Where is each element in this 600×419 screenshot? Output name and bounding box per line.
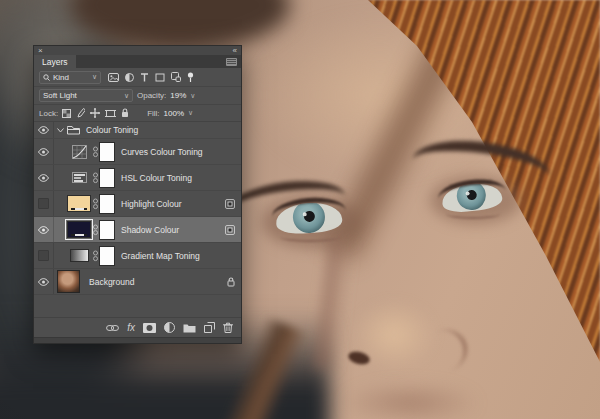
photo-eye-socket-left	[262, 196, 362, 248]
photo-eyebrow-left	[226, 175, 348, 232]
layer-style-fx-icon[interactable]: fx	[127, 323, 135, 333]
mask-link-icon[interactable]	[92, 146, 99, 158]
photo-iris-right	[455, 181, 487, 212]
lock-pixels-brush-icon[interactable]	[76, 108, 85, 118]
hsl-adjustment-thumbnail[interactable]	[66, 172, 92, 183]
layer-mask-thumbnail[interactable]	[99, 168, 115, 188]
lock-position-icon[interactable]	[90, 108, 100, 118]
photo-eyelash-left	[271, 195, 347, 232]
filter-row: Kind ∨	[34, 68, 241, 86]
layer-row-colour-toning-group[interactable]: Colour Toning	[34, 122, 241, 139]
mask-link-icon[interactable]	[92, 250, 99, 262]
visibility-eye-toggle[interactable]	[34, 191, 54, 216]
visibility-eye-icon[interactable]	[34, 165, 54, 190]
layer-mask-thumbnail[interactable]	[99, 220, 115, 240]
panel-tab-bar: Layers	[34, 55, 241, 68]
fill-layer-badge-icon	[225, 199, 235, 209]
collapse-panel-icon[interactable]: «	[233, 47, 237, 55]
visibility-eye-icon[interactable]	[34, 217, 54, 242]
fill-value[interactable]: 100%	[164, 109, 184, 118]
lock-all-icon[interactable]	[121, 108, 129, 118]
photo-lower-lash-left	[280, 232, 340, 242]
photo-eye-right	[441, 181, 503, 214]
fill-layer-badge-icon	[225, 225, 235, 235]
photo-eye-left	[275, 201, 343, 236]
opacity-label: Opacity:	[137, 91, 166, 100]
visibility-eye-icon[interactable]	[34, 139, 54, 164]
layer-row-gradient-map[interactable]: Gradient Map Toning	[34, 243, 241, 269]
visibility-eye-icon[interactable]	[34, 269, 54, 294]
layer-row-curves[interactable]: Curves Colour Toning	[34, 139, 241, 165]
opacity-value[interactable]: 19%	[170, 91, 186, 100]
layer-mask-thumbnail[interactable]	[99, 142, 115, 162]
photo-eye-socket-right	[430, 176, 522, 224]
photo-glint-left	[303, 212, 307, 216]
layer-row-hsl[interactable]: HSL Colour Toning	[34, 165, 241, 191]
blend-mode-value: Soft Light	[43, 91, 77, 100]
mask-link-icon[interactable]	[92, 172, 99, 184]
photo-eyelash-right	[436, 176, 507, 213]
add-layer-mask-icon[interactable]	[143, 323, 156, 333]
photo-nostril	[347, 350, 371, 367]
layer-row-background[interactable]: Background	[34, 269, 241, 295]
photo-iris-left	[292, 201, 326, 234]
filter-kind-dropdown[interactable]: Kind ∨	[39, 71, 101, 84]
lock-transparency-icon[interactable]	[62, 109, 71, 118]
curves-adjustment-thumbnail[interactable]	[66, 145, 92, 159]
panel-bottom-strip	[34, 337, 241, 343]
layer-name: HSL Colour Toning	[121, 173, 192, 183]
layer-name: Background	[89, 277, 134, 287]
filter-smart-object-icon[interactable]	[171, 72, 181, 82]
photo-hairline-shadow	[326, 0, 492, 261]
new-layer-icon[interactable]	[204, 322, 215, 333]
panel-menu-icon[interactable]	[226, 58, 237, 66]
background-lock-icon	[227, 277, 235, 287]
fill-chevron-icon[interactable]: ∨	[188, 109, 193, 117]
opacity-chevron-icon[interactable]: ∨	[190, 92, 195, 100]
mask-link-icon[interactable]	[92, 224, 99, 236]
photo-forehead	[250, 10, 510, 180]
filter-type-layers-icon[interactable]	[140, 73, 149, 82]
hidden-layer-checkbox[interactable]	[38, 198, 49, 209]
lock-artboard-icon[interactable]	[105, 109, 116, 118]
add-adjustment-layer-icon[interactable]	[164, 322, 175, 333]
photo-hair-top	[70, 0, 290, 50]
search-icon	[43, 74, 50, 81]
blend-row: Soft Light ∨ Opacity: 19% ∨	[34, 86, 241, 104]
highlight-colour-swatch[interactable]	[67, 195, 91, 212]
gradient-map-thumbnail[interactable]	[70, 249, 89, 262]
photo-pupil-right	[466, 190, 477, 201]
lock-row: Lock: Fill: 100% ∨	[34, 104, 241, 121]
shadow-colour-swatch[interactable]	[67, 221, 91, 238]
hidden-layer-checkbox[interactable]	[38, 250, 49, 261]
layers-panel: × « Layers Kind ∨ Soft Lig	[33, 45, 242, 344]
folder-icon	[67, 125, 80, 135]
filter-toggle-pin-icon[interactable]	[187, 72, 194, 83]
filter-adjustment-layers-icon[interactable]	[125, 73, 134, 82]
background-layer-thumbnail[interactable]	[57, 270, 80, 293]
chevron-down-icon: ∨	[92, 73, 97, 81]
blend-mode-dropdown[interactable]: Soft Light ∨	[39, 89, 133, 102]
layer-mask-thumbnail[interactable]	[99, 246, 115, 266]
visibility-eye-toggle[interactable]	[34, 243, 54, 268]
layer-row-shadow-colour[interactable]: Shadow Colour	[34, 217, 241, 243]
group-expand-chevron-icon[interactable]	[57, 128, 64, 133]
photo-glint-right	[465, 191, 469, 195]
visibility-eye-icon[interactable]	[34, 122, 54, 138]
photo-nose-wing	[415, 324, 473, 378]
layer-name: Shadow Colour	[121, 225, 179, 235]
photo-eyebrow-right	[409, 134, 552, 203]
mask-link-icon[interactable]	[92, 198, 99, 210]
photo-nose-bridge-shadow	[314, 237, 354, 371]
tab-layers[interactable]: Layers	[34, 55, 76, 68]
close-icon[interactable]: ×	[38, 47, 43, 55]
layer-list: Colour Toning Curves Colour Toning	[34, 121, 241, 317]
delete-layer-trash-icon[interactable]	[223, 322, 233, 333]
layer-row-highlight-colour[interactable]: Highlight Colour	[34, 191, 241, 217]
new-group-folder-icon[interactable]	[183, 323, 196, 333]
layer-mask-thumbnail[interactable]	[99, 194, 115, 214]
photo-pupil-left	[304, 211, 316, 223]
filter-shape-layers-icon[interactable]	[155, 73, 165, 82]
link-layers-icon[interactable]	[106, 324, 119, 332]
filter-pixel-layers-icon[interactable]	[108, 73, 119, 82]
